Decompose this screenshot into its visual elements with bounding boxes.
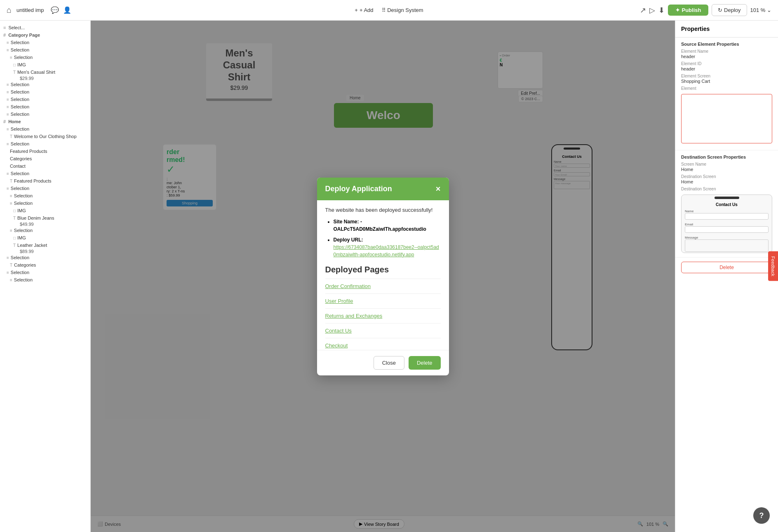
element-id-label: Element ID xyxy=(681,61,772,66)
sidebar-item-select[interactable]: ≡ Select... xyxy=(0,24,90,31)
sidebar-item-categories[interactable]: Categories xyxy=(0,155,90,162)
deploy-url-link[interactable]: https://6734087bae0daa336187bee2--oalpct… xyxy=(334,244,439,258)
element-name-row: Element Name header xyxy=(681,49,772,59)
page-order-confirmation: Order Confirmation xyxy=(325,279,441,294)
user-profile-link[interactable]: User Profile xyxy=(325,294,441,308)
home-icon[interactable]: ⌂ xyxy=(7,5,12,15)
sidebar-item-mens-shirt[interactable]: T Men's Casual Shirt xyxy=(0,68,90,76)
feedback-tab[interactable]: Feedback xyxy=(768,251,778,281)
contact-us-link[interactable]: Contact Us xyxy=(325,323,441,338)
modal-delete-btn[interactable]: Delete xyxy=(409,356,441,370)
sidebar-item-featured-t[interactable]: T Featured Products xyxy=(0,177,90,185)
share-icon[interactable]: ↗ xyxy=(640,6,646,15)
app-title: untitled imp xyxy=(16,7,44,13)
sidebar-item-sel2[interactable]: ≡ Selection xyxy=(0,46,90,54)
canvas-area: Men's Casual Shirt $29.99 rderrmed! ✓ ; … xyxy=(91,21,675,532)
right-sidebar: Properties Source Element Properties Ele… xyxy=(675,21,778,532)
img1-icon: □ xyxy=(13,63,16,67)
sidebar-item-jacket[interactable]: T Leather Jacket xyxy=(0,241,90,249)
sidebar-item-sel8[interactable]: ≡Selection xyxy=(0,110,90,118)
sidebar-item-sel16[interactable]: ≡Selection xyxy=(0,254,90,261)
chat-icon[interactable]: 💬 xyxy=(51,6,59,14)
deploy-label: ↻ Deploy xyxy=(718,7,740,13)
topbar: ⌂ untitled imp 💬 👤 + + Add ⠿ Design Syst… xyxy=(0,0,778,21)
sidebar-item-featured[interactable]: Featured Products xyxy=(0,148,90,155)
deploy-url-label: Deploy URL: xyxy=(334,237,363,243)
modal-info-list: Site Name: - OALPcT5AD0MbZaiwlTh.appfoce… xyxy=(325,218,441,258)
element-name-value: header xyxy=(681,54,772,59)
publish-icon: ✦ xyxy=(675,7,680,13)
sidebar-item-sel9[interactable]: ≡Selection xyxy=(0,125,90,133)
topbar-right: ↗ ▷ ⬇ ✦ Publish ↻ Deploy 101 % ⌄ xyxy=(640,4,771,16)
sidebar-item-sel10[interactable]: ≡Selection xyxy=(0,140,90,148)
publish-button[interactable]: ✦ Publish xyxy=(668,5,708,16)
sidebar-item-sel3[interactable]: ≡ Selection xyxy=(0,54,90,61)
shirt-price: $29.99 xyxy=(0,76,90,81)
sidebar-item-sel14[interactable]: ≡Selection xyxy=(0,199,90,207)
download-icon[interactable]: ⬇ xyxy=(658,6,665,15)
element-screen-value: Shopping Cart xyxy=(681,79,772,84)
sel3-label: Selection xyxy=(14,55,33,60)
sidebar-item-categories-t[interactable]: T Categories xyxy=(0,261,90,269)
sidebar-item-sel11[interactable]: ≡Selection xyxy=(0,170,90,177)
sidebar-item-sel6[interactable]: ≡Selection xyxy=(0,96,90,103)
add-icon: + xyxy=(355,7,358,13)
delete-button[interactable]: Delete xyxy=(681,262,772,273)
sidebar-item-sel1[interactable]: ≡ Selection xyxy=(0,39,90,46)
sidebar-item-sel12[interactable]: ≡Selection xyxy=(0,185,90,192)
order-confirmation-link[interactable]: Order Confirmation xyxy=(325,279,441,293)
dest-email-field: Email xyxy=(682,222,772,235)
sel2-icon: ≡ xyxy=(7,48,9,52)
sidebar-item-sel17[interactable]: ≡Selection xyxy=(0,269,90,276)
sidebar-item-sel4[interactable]: ≡Selection xyxy=(0,81,90,88)
properties-header: Properties xyxy=(675,21,778,37)
img1-label: IMG xyxy=(17,62,26,67)
help-button[interactable]: ? xyxy=(753,507,770,524)
site-name-label: Site Name: xyxy=(334,219,359,225)
modal-close-button[interactable]: × xyxy=(436,184,441,194)
modal-close-btn[interactable]: Close xyxy=(374,356,404,370)
select-label: Select... xyxy=(8,25,25,30)
sidebar-item-sel18[interactable]: ≡Selection xyxy=(0,276,90,284)
design-system-button[interactable]: ⠿ Design System xyxy=(382,7,423,13)
preview-icon[interactable]: ▷ xyxy=(649,6,655,15)
topbar-icons: 💬 👤 xyxy=(51,6,71,14)
contact-us-preview-title: Contact Us xyxy=(682,201,772,209)
jeans-price: $49.99 xyxy=(0,222,90,227)
sidebar-item-img1[interactable]: □ IMG xyxy=(0,61,90,68)
sidebar-item-home[interactable]: # Home xyxy=(0,118,90,125)
sidebar-item-img3[interactable]: □IMG xyxy=(0,234,90,241)
sidebar-item-img2[interactable]: □IMG xyxy=(0,207,90,214)
sidebar-item-sel13[interactable]: ≡Selection xyxy=(0,192,90,199)
add-button[interactable]: + + Add xyxy=(355,7,373,13)
dest-name-input[interactable] xyxy=(685,213,769,220)
dest-email-input[interactable] xyxy=(685,226,769,233)
element-label: Element xyxy=(681,86,772,91)
sel3-icon: ≡ xyxy=(10,55,12,60)
user-icon[interactable]: 👤 xyxy=(63,6,71,14)
sidebar-item-jeans[interactable]: T Blue Denim Jeans xyxy=(0,214,90,222)
modal-site-name: Site Name: - OALPcT5AD0MbZaiwlTh.appfoce… xyxy=(334,218,441,233)
dest-screen-preview: Contact Us Name Email Message xyxy=(681,195,772,253)
element-preview-box xyxy=(681,94,772,143)
home-label: Home xyxy=(8,119,21,124)
sidebar-item-welcome[interactable]: T Welcome to Our Clothing Shop xyxy=(0,133,90,140)
sidebar-item-contact[interactable]: Contact xyxy=(0,162,90,170)
sidebar-item-sel5[interactable]: ≡Selection xyxy=(0,88,90,96)
publish-label: Publish xyxy=(682,7,701,13)
dest-name-field: Name xyxy=(682,209,772,222)
destination-section: Destination Screen Properties Screen Nam… xyxy=(675,150,778,258)
page-checkout: Checkout xyxy=(325,338,441,350)
checkout-link[interactable]: Checkout xyxy=(325,338,441,350)
modal-deploy-url: Deploy URL: https://6734087bae0daa336187… xyxy=(334,236,441,258)
sidebar-item-sel15[interactable]: ≡Selection xyxy=(0,227,90,234)
page-user-profile: User Profile xyxy=(325,294,441,309)
sidebar-item-category-page[interactable]: # Category Page xyxy=(0,31,90,39)
deploy-button[interactable]: ↻ Deploy xyxy=(712,4,747,16)
dest-screen-2-row: Destination Screen xyxy=(681,187,772,191)
properties-title: Properties xyxy=(681,26,710,32)
returns-exchanges-link[interactable]: Returns and Exchanges xyxy=(325,309,441,323)
modal-overlay[interactable]: Deploy Application × The website has bee… xyxy=(91,21,675,532)
sidebar-item-sel7[interactable]: ≡Selection xyxy=(0,103,90,110)
zoom-control[interactable]: 101 % ⌄ xyxy=(750,7,771,13)
